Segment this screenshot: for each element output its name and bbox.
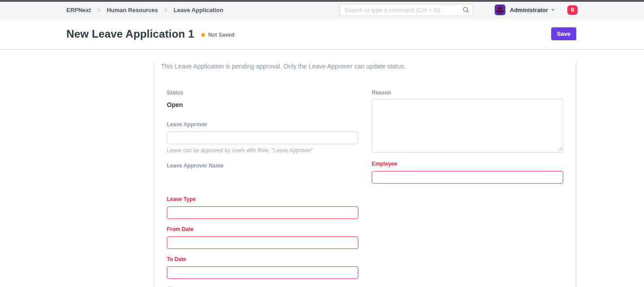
pending-approval-notice: This Leave Application is pending approv… [161, 62, 569, 71]
to-date-label: To Date [167, 256, 358, 262]
status-value: Open [167, 101, 183, 108]
field-leave-approver-name: Leave Approver Name [167, 163, 358, 196]
form-column: This Leave Application is pending approv… [154, 62, 576, 287]
main-section: This Leave Application is pending approv… [0, 62, 644, 287]
search-input[interactable] [339, 4, 473, 16]
leave-approver-name-value [167, 173, 358, 196]
avatar [495, 4, 505, 15]
reason-textarea[interactable] [372, 99, 563, 153]
leave-type-input[interactable] [167, 206, 358, 219]
page-title: New Leave Application 1 [66, 28, 194, 40]
page-head: New Leave Application 1 Not Saved Save [0, 18, 644, 50]
breadcrumb-human-resources[interactable]: Human Resources [107, 7, 158, 13]
employee-label: Employee [372, 161, 563, 167]
not-saved-dot-icon [201, 33, 205, 37]
save-button[interactable]: Save [551, 27, 576, 40]
breadcrumb: ERPNext Human Resources Leave Applicatio… [66, 7, 223, 13]
breadcrumb-chevron-icon [164, 7, 168, 13]
field-status: Status Open [167, 90, 358, 109]
notification-badge[interactable]: 8 [567, 5, 578, 15]
from-date-label: From Date [167, 226, 358, 232]
leave-type-label: Leave Type [167, 196, 358, 202]
leave-approver-label: Leave Approver [167, 121, 358, 128]
breadcrumb-leave-application[interactable]: Leave Application [174, 7, 223, 13]
not-saved-label: Not Saved [208, 32, 235, 38]
from-date-input[interactable] [167, 236, 358, 249]
status-label: Status [167, 90, 358, 96]
leave-approver-input[interactable] [167, 132, 358, 144]
leave-approver-name-label: Leave Approver Name [167, 163, 358, 169]
user-menu[interactable]: Administrator [495, 4, 555, 15]
breadcrumb-chevron-icon [97, 7, 101, 13]
field-leave-type: Leave Type [167, 196, 358, 219]
employee-input[interactable] [372, 171, 563, 184]
field-reason: Reason [372, 90, 563, 154]
search-icon [462, 6, 470, 15]
breadcrumb-erpnext[interactable]: ERPNext [66, 7, 91, 13]
form-right-column: Reason Employee [372, 90, 563, 191]
field-leave-approver: Leave Approver Leave can be approved by … [167, 121, 358, 154]
leave-approver-help: Leave can be approved by users with Role… [167, 147, 358, 154]
to-date-input[interactable] [167, 266, 358, 279]
field-from-date: From Date [167, 226, 358, 249]
reason-label: Reason [372, 90, 563, 96]
user-name: Administrator [510, 7, 548, 13]
global-search [339, 4, 473, 16]
field-to-date: To Date [167, 256, 358, 279]
status-indicator: Not Saved [201, 32, 235, 38]
chevron-down-icon [551, 9, 555, 11]
navbar: ERPNext Human Resources Leave Applicatio… [0, 2, 644, 18]
form-left-column: Status Open Leave Approver Leave can be … [167, 90, 358, 287]
field-employee: Employee [372, 161, 563, 184]
